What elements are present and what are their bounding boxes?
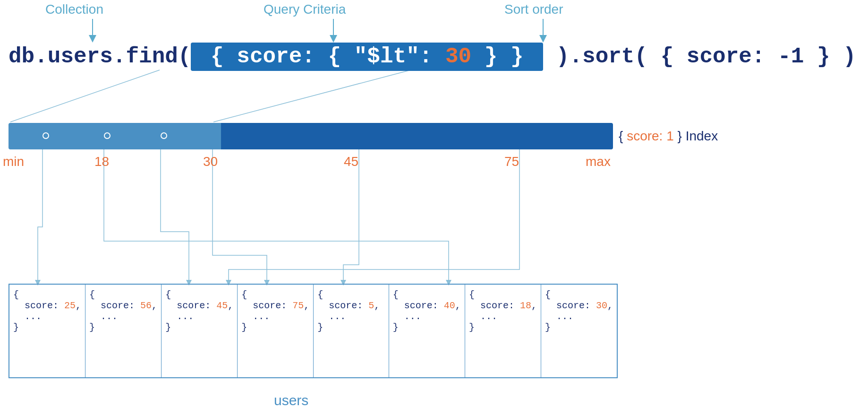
index-dot-2 bbox=[104, 132, 111, 139]
code-num: 30 bbox=[445, 44, 471, 69]
index-dot-1 bbox=[43, 132, 49, 139]
svg-line-3 bbox=[10, 70, 160, 122]
index-bar-left bbox=[9, 123, 221, 149]
index-dot-3 bbox=[161, 132, 167, 139]
collection-label: Collection bbox=[45, 2, 103, 17]
code-highlight: { score: { "$lt": 30 } } bbox=[191, 43, 543, 71]
index-label-75: 75 bbox=[504, 154, 519, 169]
collection-cell-8: { score: 30, ... } bbox=[541, 285, 617, 377]
code-prefix: db.users.find( bbox=[9, 44, 191, 69]
index-label-18: 18 bbox=[94, 154, 109, 169]
diagram: Collection Query Criteria Sort order bbox=[0, 0, 868, 417]
sort-order-label: Sort order bbox=[504, 2, 563, 17]
index-score-key: score: 1 bbox=[627, 129, 674, 143]
index-bar-right bbox=[221, 123, 613, 149]
collection-cell-3: { score: 45, ... } bbox=[162, 285, 238, 377]
svg-line-4 bbox=[213, 70, 411, 122]
users-label: users bbox=[274, 392, 308, 408]
collection-cell-5: { score: 5, ... } bbox=[314, 285, 389, 377]
code-suffix: ).sort( { score: -1 } ) bbox=[543, 44, 856, 69]
index-label-min: min bbox=[3, 154, 24, 169]
index-annotation: { score: 1 } Index bbox=[619, 129, 718, 144]
collection-cell-4: { score: 75, ... } bbox=[238, 285, 314, 377]
query-criteria-label: Query Criteria bbox=[264, 2, 346, 17]
index-label-max: max bbox=[586, 154, 611, 169]
collection-cell-1: { score: 25, ... } bbox=[9, 285, 85, 377]
collection-cell-2: { score: 56, ... } bbox=[85, 285, 162, 377]
collection-cell-6: { score: 40, ... } bbox=[389, 285, 465, 377]
index-label-45: 45 bbox=[344, 154, 358, 169]
index-bar bbox=[9, 123, 613, 149]
index-label-30: 30 bbox=[203, 154, 218, 169]
collection-cell-7: { score: 18, ... } bbox=[465, 285, 541, 377]
collection-container: { score: 25, ... } { score: 56, ... } { … bbox=[9, 284, 618, 378]
code-line: db.users.find( { score: { "$lt": 30 } } … bbox=[9, 43, 856, 71]
